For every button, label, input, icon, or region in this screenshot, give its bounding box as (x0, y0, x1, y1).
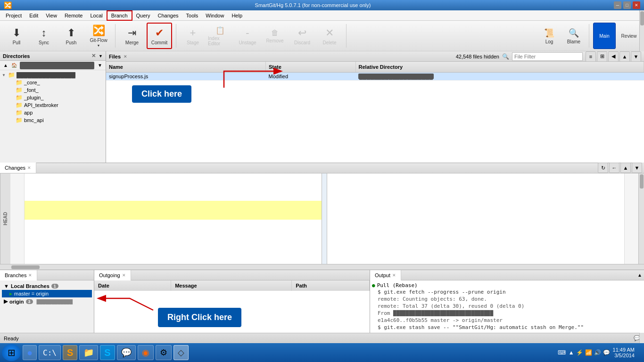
tab-changes-close[interactable]: ✕ (27, 165, 31, 170)
taskbar-terminal[interactable]: C:\ (39, 345, 61, 360)
main-view-button[interactable]: Main (593, 23, 616, 49)
tray-icon-1[interactable]: ▲ (569, 349, 574, 356)
pull-button[interactable]: ⬇ Pull (4, 23, 29, 49)
menu-help[interactable]: Help (228, 10, 246, 21)
menu-project[interactable]: Project (2, 10, 25, 21)
dir-root[interactable]: ▼ 📁 ████████████████ (1, 71, 105, 79)
col-state[interactable]: State (265, 62, 355, 72)
tray-keyboard[interactable]: ⌨ (558, 349, 566, 356)
commit-button[interactable]: ✔ Commit (147, 23, 172, 49)
discard-button[interactable]: ↩ Discard (289, 23, 315, 49)
directories-dropdown[interactable]: ▼ (99, 54, 103, 58)
dir-plugin[interactable]: 📁 _plugin_ (8, 94, 105, 101)
branch-master[interactable]: ▶ master = origin (2, 290, 92, 297)
tray-icon-4[interactable]: 🔊 (594, 349, 601, 356)
tab-outgoing[interactable]: Outgoing ✕ (94, 270, 131, 280)
changes-scrollbar[interactable] (638, 173, 644, 264)
git-flow-button[interactable]: 🔀 Git-Flow ▼ (86, 23, 111, 49)
dir-bmc-api[interactable]: 📁 bmc_api (8, 116, 105, 124)
tab-outgoing-close[interactable]: ✕ (122, 273, 126, 278)
menu-local[interactable]: Local (86, 10, 106, 21)
blame-icon: 🔍 (569, 28, 579, 38)
taskbar-chat[interactable]: 💬 (117, 345, 136, 360)
tab-branches-label: Branches (5, 272, 26, 278)
directories-close[interactable]: ✕ (91, 53, 96, 59)
dir-nav-up[interactable]: ▲ (2, 62, 9, 69)
dir-nav-home[interactable]: 🏠 (10, 62, 18, 69)
files-view-btn-2[interactable]: ⊞ (597, 51, 607, 62)
close-button[interactable]: ✕ (633, 1, 640, 9)
outgoing-col-path[interactable]: Path (292, 280, 370, 291)
col-dir[interactable]: Relative Directory (355, 62, 644, 72)
dir-app[interactable]: 📁 app (8, 109, 105, 116)
tab-branches-close[interactable]: ✕ (28, 273, 32, 278)
push-button[interactable]: ⬆ Push (58, 23, 84, 49)
stage-button[interactable]: + Stage (180, 23, 206, 49)
delete-button[interactable]: ✕ Delete (317, 23, 342, 49)
changes-nav-back[interactable]: ← (609, 163, 619, 173)
tab-output[interactable]: Output ✕ (370, 270, 401, 280)
menu-window[interactable]: Window (202, 10, 228, 21)
tab-output-close[interactable]: ✕ (392, 273, 396, 278)
tab-changes[interactable]: Changes ✕ (0, 163, 36, 173)
changes-hscroll-thumb[interactable] (11, 265, 40, 269)
click-here-annotation[interactable]: Click here (132, 85, 191, 103)
outgoing-col-message[interactable]: Message (171, 280, 292, 291)
file-filter-input[interactable] (512, 52, 583, 61)
review-view-button[interactable]: Review (618, 23, 640, 49)
dir-scrollbar-thumb[interactable] (640, 11, 644, 25)
taskbar-skype[interactable]: S (100, 345, 115, 360)
menu-branch[interactable]: Branch (107, 10, 132, 21)
dir-search-bar[interactable] (20, 62, 94, 69)
minimize-button[interactable]: ─ (614, 1, 621, 9)
right-click-annotation[interactable]: Right Click here (158, 308, 241, 327)
taskbar-slides[interactable]: S (63, 345, 77, 360)
remove-button[interactable]: 🗑 Remove (262, 23, 288, 49)
tray-icon-3[interactable]: 📶 (585, 349, 592, 356)
outgoing-col-date[interactable]: Date (94, 280, 171, 291)
changes-refresh[interactable]: ↻ (598, 163, 608, 173)
local-branches-group[interactable]: ▼ Local Branches 1 (2, 282, 92, 290)
tray-icon-2[interactable]: ⚡ (576, 349, 583, 356)
menu-query[interactable]: Query (132, 10, 154, 21)
menu-edit[interactable]: Edit (25, 10, 42, 21)
dir-font[interactable]: 📁 _font_ (8, 86, 105, 94)
files-nav-next[interactable]: ▼ (631, 51, 641, 62)
files-close[interactable]: ✕ (124, 54, 127, 59)
merge-button[interactable]: ⇥ Merge (119, 23, 145, 49)
output-collapse[interactable]: ▲ (637, 272, 644, 278)
taskbar-settings[interactable]: ⚙ (156, 345, 172, 360)
menu-changes[interactable]: Changes (154, 10, 182, 21)
dir-api-textbroker[interactable]: 📁 API_textbroker (8, 101, 105, 109)
unstage-button[interactable]: - Unstage (235, 23, 260, 49)
blame-button[interactable]: 🔍 Blame (562, 23, 585, 49)
output-group-header[interactable]: ● Pull (Rebase) (372, 282, 642, 288)
taskbar-browser[interactable]: ◉ (138, 345, 154, 360)
file-row-0[interactable]: signupProcess.js Modified ██████████████… (106, 72, 644, 80)
col-name[interactable]: Name (106, 62, 265, 72)
files-view-btn-3[interactable]: ◀ (608, 51, 619, 62)
changes-nav-up[interactable]: ▲ (620, 163, 631, 173)
menu-remote[interactable]: Remote (61, 10, 87, 21)
files-nav-prev[interactable]: ▲ (619, 51, 630, 62)
origin-group[interactable]: ▶ origin 3 ████████████ (2, 297, 92, 305)
sync-button[interactable]: ↕ Sync (31, 23, 57, 49)
start-button[interactable]: ⊞ (2, 344, 21, 361)
dir-dropdown[interactable]: ▼ (96, 62, 104, 69)
maximize-button[interactable]: □ (623, 1, 631, 9)
taskbar-git[interactable]: ◇ (173, 345, 189, 360)
changes-scrollbar-thumb[interactable] (640, 174, 644, 189)
changes-hscrollbar[interactable] (0, 264, 644, 270)
diff-line-nums-right (624, 173, 638, 264)
tray-icon-5[interactable]: 💬 (603, 349, 610, 356)
taskbar-explorer[interactable]: 📁 (79, 345, 98, 360)
changes-nav-down[interactable]: ▼ (632, 163, 642, 173)
taskbar-chrome[interactable]: ● (23, 345, 37, 360)
menu-tools[interactable]: Tools (182, 10, 202, 21)
log-button[interactable]: 📜 Log (538, 23, 561, 49)
files-view-btn-1[interactable]: ≡ (586, 51, 596, 62)
tab-branches[interactable]: Branches ✕ (0, 270, 37, 280)
menu-view[interactable]: View (42, 10, 61, 21)
dir-core[interactable]: 📁 _core_ (8, 79, 105, 86)
index-editor-button[interactable]: 📋 Index Editor (207, 23, 233, 49)
